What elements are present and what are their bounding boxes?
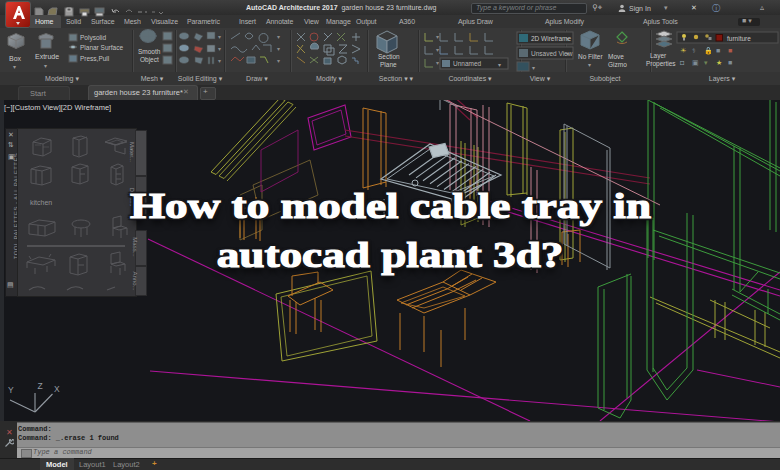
svg-text:🔒: 🔒 [704,46,713,55]
svg-text:Section: Section [378,53,400,60]
svg-text:X: X [54,384,60,394]
svg-text:Move: Move [608,53,624,60]
svg-text:◘: ◘ [680,59,684,66]
svg-text:Smooth: Smooth [138,48,161,55]
svg-text:View ▾: View ▾ [530,75,551,82]
svg-text:Plane: Plane [380,61,397,68]
svg-text:Layer: Layer [650,52,667,60]
svg-text:▾: ▾ [218,58,221,64]
svg-text:furniture: furniture [727,35,751,42]
svg-text:Modeling ▾: Modeling ▾ [45,75,79,83]
svg-text:Properties: Properties [646,60,676,68]
svg-text:▾: ▾ [218,46,221,52]
svg-text:■: ■ [716,47,720,54]
svg-text:No Filter: No Filter [578,53,603,60]
svg-text:Press,Pull: Press,Pull [80,55,110,62]
svg-text:Draw ▾: Draw ▾ [246,75,268,82]
svg-text:Object: Object [140,56,159,64]
svg-text:▾: ▾ [277,58,280,64]
svg-text:▾: ▾ [218,34,221,40]
svg-text:Layers ▾: Layers ▾ [709,75,736,83]
svg-text:★: ★ [716,59,722,66]
svg-text:▾: ▾ [436,34,439,40]
svg-text:▾: ▾ [13,64,16,70]
svg-text:▣: ▣ [692,59,699,66]
svg-text:Modify ▾: Modify ▾ [316,75,343,83]
svg-text:▾: ▾ [498,62,501,68]
svg-text:▾: ▾ [704,59,708,66]
svg-text:Polysolid: Polysolid [80,34,106,42]
svg-text:▾: ▾ [532,65,535,71]
svg-text:Unnamed: Unnamed [453,60,482,67]
svg-text:▾: ▾ [44,63,47,69]
svg-text:Section ▾ ▾: Section ▾ ▾ [379,75,414,82]
svg-text:▾: ▾ [436,47,439,53]
svg-text:▾: ▾ [436,60,439,66]
svg-text:Coordinates ▾: Coordinates ▾ [448,75,492,82]
svg-text:Extrude: Extrude [35,53,59,60]
svg-text:Mesh ▾: Mesh ▾ [141,75,164,82]
svg-text:☀: ☀ [680,47,686,54]
svg-text:Solid Editing ▾: Solid Editing ▾ [178,75,223,83]
svg-text:Subobject: Subobject [589,75,620,83]
svg-text:▾: ▾ [277,34,280,40]
svg-text:▾: ▾ [588,62,591,68]
svg-text:▾: ▾ [277,46,280,52]
svg-text:Y: Y [8,385,14,395]
svg-text:■: ■ [728,47,732,54]
svg-text:■: ■ [728,59,732,66]
svg-text:Planar Surface: Planar Surface [80,44,123,51]
svg-text:⚕: ⚕ [692,47,696,54]
svg-text:Box: Box [9,55,22,62]
svg-text:▾: ▾ [566,51,569,57]
svg-text:▾: ▾ [566,36,569,42]
svg-text:Gizmo: Gizmo [608,61,627,68]
svg-text:Z: Z [38,381,43,391]
